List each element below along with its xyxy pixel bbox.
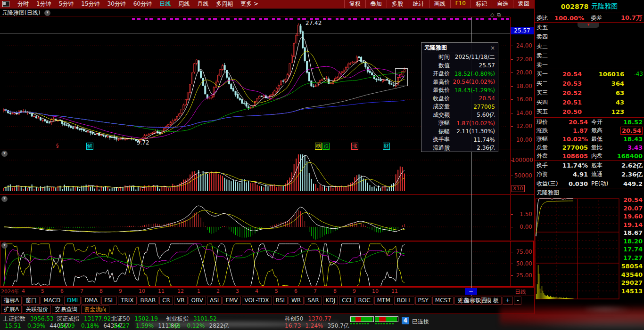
indicator-tab[interactable]: SAR — [305, 297, 322, 305]
toolbar-button[interactable]: 返回 — [513, 0, 535, 8]
buy-level-label: 买一 — [535, 70, 548, 78]
bottom-tab[interactable]: 关联报价 — [23, 306, 51, 314]
period-tab[interactable]: 更多 > — [237, 0, 262, 8]
indicator-tab[interactable]: 指标A — [1, 297, 22, 305]
bottom-tabs: 扩展A关联报价交易查询资金流向 — [1, 306, 110, 314]
indicator-tab[interactable]: DMI — [64, 297, 81, 305]
stock-header[interactable]: 002878 元隆雅图 — [535, 0, 644, 13]
chevron-down-icon[interactable]: ▾ — [1, 242, 8, 249]
indicator-tab[interactable]: CCI — [339, 297, 354, 305]
popup-row-label: 振幅 — [424, 128, 450, 136]
period-tab[interactable]: 分时 — [14, 0, 33, 8]
popup-row-value: 18.52(-0.80%) — [450, 71, 495, 77]
window-icon[interactable] — [2, 1, 9, 7]
event-mark[interactable]: 涨 — [351, 143, 358, 150]
toolbar-button[interactable]: 自选 — [492, 0, 513, 8]
period-indicator[interactable]: 日线 — [515, 288, 526, 296]
popup-row-label: 最高价 — [424, 78, 450, 86]
quote-label: 涨幅 — [537, 135, 548, 143]
indicator-tab[interactable]: ROC — [355, 297, 373, 305]
period-tab[interactable]: 多周期 — [212, 0, 237, 8]
indicator-tab[interactable]: BRAR — [138, 297, 159, 305]
period-tab[interactable]: 月线 — [193, 0, 212, 8]
period-tab[interactable]: 日线 — [156, 0, 174, 8]
event-mark[interactable]: 榜 — [315, 143, 322, 150]
period-tab[interactable]: 1分钟 — [33, 0, 55, 8]
indicator-tab[interactable]: VR — [174, 297, 188, 305]
event-mark[interactable]: 财 — [383, 143, 390, 150]
period-tab[interactable]: 60分钟 — [130, 0, 156, 8]
chevron-down-icon[interactable]: ▾ — [1, 196, 8, 202]
macd-chart[interactable] — [0, 195, 510, 240]
indicator-tab[interactable]: + — [503, 297, 513, 305]
chevron-down-icon[interactable]: ▾ — [1, 151, 8, 157]
indicator-tab[interactable]: EMV — [223, 297, 240, 305]
fund-label: PE(动) — [591, 180, 608, 188]
period-tab[interactable]: 15分钟 — [77, 0, 103, 8]
indicator-tab[interactable]: FSL — [101, 297, 117, 305]
close-icon[interactable]: × — [490, 45, 495, 51]
indicator-tab[interactable]: RSI — [273, 297, 288, 305]
collapse-sell-button[interactable]: ▾ — [578, 23, 599, 28]
toolbar-button[interactable]: 叠加 — [365, 0, 387, 8]
event-mark[interactable]: § — [56, 143, 59, 149]
buy-row[interactable]: 买二 20.53 364 — [535, 79, 644, 88]
mini-price-tick: 18.20 — [621, 238, 643, 245]
period-tab[interactable]: 5分钟 — [55, 0, 78, 8]
bottom-tab[interactable]: 扩展A — [1, 306, 22, 314]
toolbar-button[interactable]: F10 — [450, 0, 471, 8]
buy-row[interactable]: 买三 20.52 63 — [535, 88, 644, 97]
drawing-rectangle[interactable] — [395, 68, 408, 86]
event-mark[interactable]: 解 — [86, 143, 93, 150]
toolbar-button[interactable]: 画线 — [429, 0, 450, 8]
indicator-tab[interactable]: 窗口 — [23, 297, 40, 305]
indicator-tab[interactable]: 模 板 — [483, 297, 502, 305]
indicator-tab[interactable]: MCST — [432, 297, 454, 305]
toolbar-buttons: 复权叠加多股统计画线F10标记自选返回 — [344, 0, 535, 8]
toolbar-button[interactable]: 统计 — [408, 0, 429, 8]
index-quote[interactable]: 科创501370.77 16.731.24%350.7亿 — [285, 315, 354, 329]
chevron-down-icon[interactable]: ▾ — [44, 10, 50, 16]
sell-row[interactable]: 卖二 — [535, 51, 644, 60]
period-tab[interactable]: 30分钟 — [104, 0, 130, 8]
toolbar-button[interactable]: 标记 — [471, 0, 492, 8]
indicator-tab[interactable]: ASI — [207, 297, 222, 305]
buy-row[interactable]: 买一 20.54 106016 -43 — [535, 69, 644, 79]
indicator-tab[interactable]: KDJ — [323, 297, 339, 305]
chart-corner-icons[interactable]: ◇⧉ — [490, 12, 504, 18]
toolbar-button[interactable]: 复权 — [344, 0, 365, 8]
intraday-mini-chart[interactable] — [536, 197, 620, 301]
buy-row[interactable]: 买四 20.51 43 — [535, 97, 644, 107]
sell-row[interactable]: 卖四 — [535, 32, 644, 41]
indicator-tab[interactable]: TRIX — [118, 297, 136, 305]
connection-badge[interactable]: 4 — [402, 317, 409, 324]
indicator-tab[interactable]: CR — [159, 297, 173, 305]
indicator-tab[interactable]: WR — [289, 297, 304, 305]
indicator-tab[interactable]: 指标B — [461, 297, 482, 305]
index-pct: -1.59% — [134, 322, 154, 329]
sell-row[interactable]: 卖三 — [535, 41, 644, 51]
period-tab[interactable]: 周线 — [174, 0, 193, 8]
quote-value: 18.43 — [623, 136, 643, 143]
indicator-tab[interactable]: OBV — [189, 297, 206, 305]
indicator-tab[interactable]: DMA — [82, 297, 100, 305]
indicator-tab[interactable]: MTM — [374, 297, 393, 305]
period-toolbar: 分时1分钟5分钟15分钟30分钟60分钟日线周线月线多周期更多 > 复权叠加多股… — [0, 0, 535, 8]
event-mark[interactable]: 跌 — [322, 143, 330, 150]
popup-header[interactable]: 元隆雅图 × — [421, 43, 498, 53]
indicator-tab[interactable]: VOL-TDX — [242, 297, 272, 305]
volume-chart[interactable] — [0, 150, 510, 194]
popup-row-label: 数值 — [424, 62, 450, 70]
buy-row[interactable]: 买五 20.50 123 — [535, 107, 644, 116]
bottom-tab[interactable]: 交易查询 — [52, 306, 80, 314]
sell-row[interactable]: 卖一 — [535, 60, 644, 70]
indicator-tab[interactable]: MACD — [41, 297, 63, 305]
indicator-tab[interactable]: PSY — [415, 297, 431, 305]
index-name: 上证指数 — [3, 315, 25, 322]
indicator-tab[interactable]: - — [514, 297, 521, 305]
indicator-tab[interactable]: BOLL — [394, 297, 414, 305]
index-quote[interactable]: 创业板指3101.52 -3.68-0.12%2822亿 — [166, 315, 233, 329]
price-axis-tick: 18.00 — [512, 83, 532, 89]
bottom-tab[interactable]: 资金流向 — [81, 306, 109, 314]
toolbar-button[interactable]: 多股 — [387, 0, 408, 8]
